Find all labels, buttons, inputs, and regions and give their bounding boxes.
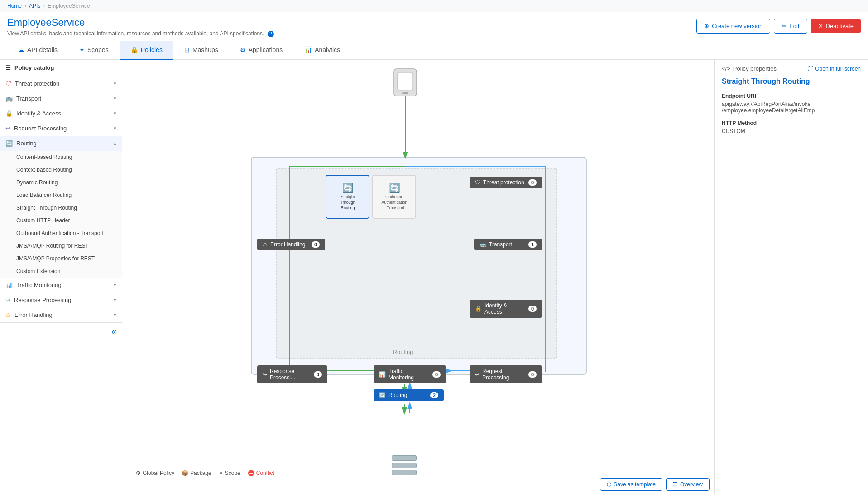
breadcrumb-sep1: › xyxy=(24,3,26,9)
legend-global-policy: ⚙ Global Policy xyxy=(136,470,174,476)
policy-props-header: </> Policy properties ⛶ Open in full-scr… xyxy=(722,65,861,72)
breadcrumb-apis[interactable]: APIs xyxy=(29,3,40,9)
submenu-jms-amqp-rest[interactable]: JMS/AMQP Routing for REST xyxy=(0,239,122,252)
http-method-label: HTTP Method xyxy=(722,120,861,126)
svg-text:Routing: Routing xyxy=(340,206,355,210)
save-as-template-button[interactable]: ⬡ Save as template xyxy=(600,478,662,491)
endpoint-uri-label: Endpoint URI xyxy=(722,93,861,99)
deactivate-icon: ✕ xyxy=(818,23,823,29)
policy-catalog-sidebar: ☰ Policy catalog 🛡 Threat protection ▾ 🚌… xyxy=(0,60,122,494)
sidebar-item-transport[interactable]: 🚌 Transport ▾ xyxy=(0,91,122,106)
flow-box-identify-access[interactable]: 🔒 Identify & Access 0 xyxy=(470,300,542,318)
collapse-icon: « xyxy=(111,326,116,337)
flow-box-request-processing[interactable]: ↩ Request Processing 0 xyxy=(470,365,542,383)
policy-diagram: Routing 🔄 Straight Through Routing 🔄 Out… xyxy=(122,60,714,494)
endpoint-uri-value: apigateway://ApiRegPortAlias/invoke/empl… xyxy=(722,101,861,114)
selected-policy-name: Straight Through Routing xyxy=(722,77,861,86)
submenu-straight-through-routing[interactable]: Straight Through Routing xyxy=(0,201,122,214)
svg-text:- Transport: - Transport xyxy=(384,206,404,210)
identify-icon: 🔒 xyxy=(5,110,13,117)
flow-box-transport[interactable]: 🚌 Transport 1 xyxy=(474,239,542,250)
help-icon[interactable]: ? xyxy=(268,31,274,37)
flow-box-traffic-monitoring[interactable]: 📊 Traffic Monitoring 0 xyxy=(374,365,446,383)
apps-icon: ⚙ xyxy=(240,46,246,53)
chevron-identify-icon: ▾ xyxy=(114,110,116,116)
submenu-outbound-auth-transport[interactable]: Outbound Authentication - Transport xyxy=(0,227,122,239)
tab-analytics[interactable]: 📊 Analytics xyxy=(293,41,351,60)
legend-conflict: ⛔ Conflict xyxy=(248,470,274,476)
header-left: EmployeeService View API details, basic … xyxy=(7,17,274,37)
edit-icon: ✏ xyxy=(782,23,786,29)
flow-box-routing[interactable]: 🔄 Routing 2 xyxy=(374,389,444,401)
svg-rect-4 xyxy=(276,168,557,359)
breadcrumb-current: EmployeeService xyxy=(48,3,90,9)
breadcrumb: Home › APIs › EmployeeService xyxy=(0,0,868,12)
overview-icon: ☰ xyxy=(673,481,678,488)
legend-scope: ✦ Scope xyxy=(219,470,240,476)
page-description: View API details, basic and technical in… xyxy=(7,30,274,37)
tab-mashups[interactable]: ⊞ Mashups xyxy=(173,41,229,60)
tab-applications[interactable]: ⚙ Applications xyxy=(229,41,294,60)
chevron-response-icon: ▾ xyxy=(114,297,116,303)
submenu-content-based-routing[interactable]: Content-based Routing xyxy=(0,151,122,163)
breadcrumb-home[interactable]: Home xyxy=(7,3,22,9)
canvas-wrapper: Routing 🔄 Straight Through Routing 🔄 Out… xyxy=(122,60,714,494)
backend-server-icon xyxy=(392,455,417,476)
traffic-icon: 📊 xyxy=(5,282,13,288)
main-content: ☰ Policy catalog 🛡 Threat protection ▾ 🚌… xyxy=(0,60,868,494)
flow-box-error-handling[interactable]: ⚠ Error Handling 0 xyxy=(257,239,325,250)
request-flow-icon: ↩ xyxy=(475,371,480,378)
sidebar-item-routing[interactable]: 🔄 Routing ▴ xyxy=(0,136,122,151)
identify-flow-icon: 🔒 xyxy=(475,306,482,312)
routing-flow-icon: 🔄 xyxy=(379,392,386,398)
edit-button[interactable]: ✏ Edit xyxy=(774,19,807,34)
legend-package: 📦 Package xyxy=(182,470,211,476)
submenu-context-based-routing[interactable]: Context-based Routing xyxy=(0,163,122,176)
tab-scopes[interactable]: ✦ Scopes xyxy=(68,41,120,60)
submenu-jms-amqp-props[interactable]: JMS/AMQP Properties for REST xyxy=(0,252,122,265)
sidebar-item-traffic-monitoring[interactable]: 📊 Traffic Monitoring ▾ xyxy=(0,278,122,292)
flow-box-response-processing[interactable]: ↪ Response Processi... 0 xyxy=(257,365,327,383)
submenu-dynamic-routing[interactable]: Dynamic Routing xyxy=(0,176,122,189)
routing-submenu: Content-based Routing Context-based Rout… xyxy=(0,151,122,278)
chevron-traffic-icon: ▾ xyxy=(114,282,116,288)
sidebar-item-response-processing[interactable]: ↪ Response Processing ▾ xyxy=(0,292,122,307)
tab-api-details[interactable]: ☁ API details xyxy=(7,41,68,60)
sidebar-collapse-button[interactable]: « xyxy=(0,322,122,340)
fullscreen-button[interactable]: ⛶ Open in full-screen xyxy=(808,66,861,72)
code-icon: </> xyxy=(722,65,730,72)
sidebar-item-request-processing[interactable]: ↩ Request Processing ▾ xyxy=(0,121,122,136)
create-version-icon: ⊕ xyxy=(704,23,709,29)
chevron-routing-icon: ▴ xyxy=(114,140,116,146)
sidebar-item-error-handling[interactable]: ⚠ Error Handling ▾ xyxy=(0,307,122,322)
package-icon: 📦 xyxy=(182,470,188,476)
submenu-custom-http-header[interactable]: Custom HTTP Header xyxy=(0,214,122,227)
overview-button[interactable]: ☰ Overview xyxy=(666,478,710,491)
chevron-request-icon: ▾ xyxy=(114,125,116,131)
tabs: ☁ API details ✦ Scopes 🔒 Policies ⊞ Mash… xyxy=(0,41,868,60)
analytics-icon: 📊 xyxy=(304,46,312,53)
lock-icon: 🔒 xyxy=(130,46,138,53)
http-method-value: CUSTOM xyxy=(722,128,861,134)
page-title: EmployeeService xyxy=(7,17,274,29)
sidebar-item-identify-access[interactable]: 🔒 Identify & Access ▾ xyxy=(0,106,122,121)
submenu-load-balancer-routing[interactable]: Load Balancer Routing xyxy=(0,189,122,201)
routing-area-label: Routing xyxy=(393,349,413,355)
deactivate-button[interactable]: ✕ Deactivate xyxy=(811,19,861,33)
conflict-icon: ⛔ xyxy=(248,470,254,476)
chevron-threat-icon: ▾ xyxy=(114,81,116,86)
submenu-custom-extension[interactable]: Custom Extension xyxy=(0,265,122,278)
header-actions: ⊕ Create new version ✏ Edit ✕ Deactivate xyxy=(696,19,861,34)
error-icon: ⚠ xyxy=(5,311,11,318)
flow-box-threat-protection[interactable]: 🛡 Threat protection 0 xyxy=(470,177,542,188)
threat-flow-icon: 🛡 xyxy=(475,179,480,186)
sidebar-header: ☰ Policy catalog xyxy=(0,60,122,76)
chevron-transport-icon: ▾ xyxy=(114,96,116,101)
policy-properties-panel: </> Policy properties ⛶ Open in full-scr… xyxy=(714,60,868,494)
sidebar-item-threat-protection[interactable]: 🛡 Threat protection ▾ xyxy=(0,76,122,91)
tab-policies[interactable]: 🔒 Policies xyxy=(120,41,173,60)
breadcrumb-sep2: › xyxy=(43,3,45,9)
shield-icon: 🛡 xyxy=(5,80,11,87)
create-version-button[interactable]: ⊕ Create new version xyxy=(696,19,770,34)
fullscreen-icon: ⛶ xyxy=(808,66,813,72)
